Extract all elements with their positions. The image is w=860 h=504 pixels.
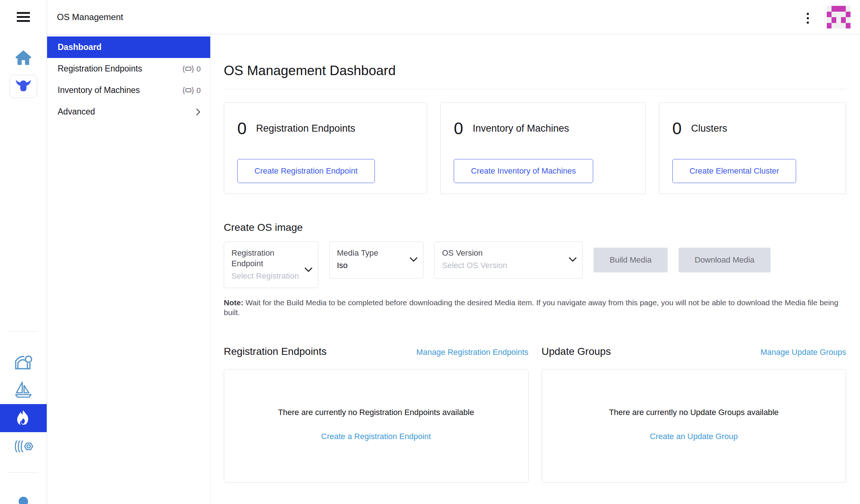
top-header: OS Management xyxy=(47,0,860,34)
media-type-select[interactable]: Media Type Iso xyxy=(329,241,423,279)
section-title: Registration Endpoints xyxy=(224,345,327,358)
count-value: 0 xyxy=(196,65,201,73)
bottom-sections: Registration Endpoints Manage Registrati… xyxy=(224,345,846,483)
count-badge-icon xyxy=(183,86,194,94)
create-an-update-group-link[interactable]: Create an Update Group xyxy=(650,432,738,441)
section-title: Update Groups xyxy=(542,345,611,358)
bull-icon xyxy=(15,79,32,94)
sidebar-item-label: Registration Endpoints xyxy=(58,64,142,74)
hamburger-menu-button[interactable] xyxy=(0,0,47,34)
chevron-right-icon xyxy=(196,108,201,116)
rail-divider xyxy=(9,472,38,473)
count-badge: 0 xyxy=(183,65,201,73)
select-value: Iso xyxy=(337,260,406,271)
count-badge-icon xyxy=(183,65,194,73)
avatar[interactable] xyxy=(827,6,851,28)
home-icon xyxy=(15,50,32,66)
stat-card-clusters: 0 Clusters Create Elemental Cluster xyxy=(659,102,846,194)
select-label: OS Version xyxy=(442,248,565,258)
kebab-menu-button[interactable] xyxy=(805,11,810,25)
select-placeholder: Select OS Version xyxy=(442,260,565,271)
chevron-down-icon xyxy=(304,267,312,272)
user-dot-icon xyxy=(19,497,28,504)
barn-icon xyxy=(14,353,33,370)
rail-item-os-management-active[interactable] xyxy=(0,404,47,432)
sidebar-item-label: Advanced xyxy=(58,107,95,117)
rail-item-user[interactable] xyxy=(0,497,47,504)
stat-title: Registration Endpoints xyxy=(256,120,356,135)
stat-card-inventory-of-machines: 0 Inventory of Machines Create Inventory… xyxy=(440,102,645,194)
hamburger-icon xyxy=(17,12,30,22)
os-version-select[interactable]: OS Version Select OS Version xyxy=(434,241,583,279)
chevron-down-icon xyxy=(410,257,418,262)
sailboat-icon xyxy=(14,380,32,399)
manage-update-groups-link[interactable]: Manage Update Groups xyxy=(760,348,846,357)
stat-count: 0 xyxy=(237,120,247,137)
kebab-icon xyxy=(807,13,809,15)
app-rail xyxy=(0,0,47,504)
flame-icon xyxy=(15,409,31,427)
sidebar-item-registration-endpoints[interactable]: Registration Endpoints 0 xyxy=(47,58,210,80)
stat-card-registration-endpoints: 0 Registration Endpoints Create Registra… xyxy=(224,102,427,194)
chevron-down-icon xyxy=(569,257,577,262)
registration-endpoints-empty-panel: There are currently no Registration Endp… xyxy=(224,369,529,483)
title-divider xyxy=(224,89,846,89)
build-media-button[interactable]: Build Media xyxy=(594,248,668,272)
update-groups-empty-panel: There are currently no Update Groups ava… xyxy=(542,369,846,483)
stat-cards-row: 0 Registration Endpoints Create Registra… xyxy=(224,102,846,194)
sidebar-item-label: Dashboard xyxy=(58,42,101,52)
wheat-hexagon-icon xyxy=(13,440,34,453)
select-label: Media Type xyxy=(337,248,406,258)
select-placeholder: Select Registration Endpoint xyxy=(231,271,301,281)
sidebar-item-dashboard[interactable]: Dashboard xyxy=(47,36,210,58)
os-management-app: OS Management Dashboard Registration End… xyxy=(0,0,860,504)
sidebar-item-inventory-of-machines[interactable]: Inventory of Machines 0 xyxy=(47,80,210,101)
create-os-image-title: Create OS image xyxy=(224,221,846,234)
note-label: Note: xyxy=(224,298,243,307)
count-value: 0 xyxy=(196,86,201,95)
create-inventory-of-machines-button[interactable]: Create Inventory of Machines xyxy=(454,159,593,183)
note-text: Wait for the Build Media to be completed… xyxy=(224,298,838,317)
count-badge: 0 xyxy=(183,86,201,95)
rail-item-home[interactable] xyxy=(0,49,47,67)
create-os-image-row: Registration Endpoint Select Registratio… xyxy=(224,241,846,288)
app-title: OS Management xyxy=(57,0,123,34)
main-content: OS Management Dashboard 0 Registration E… xyxy=(211,34,860,504)
update-groups-section: Update Groups Manage Update Groups There… xyxy=(542,345,846,483)
page-title: OS Management Dashboard xyxy=(224,63,846,79)
stat-count: 0 xyxy=(672,120,682,137)
create-a-registration-endpoint-link[interactable]: Create a Registration Endpoint xyxy=(321,432,431,441)
create-registration-endpoint-button[interactable]: Create Registration Endpoint xyxy=(237,159,375,183)
rail-item-cluster-management[interactable] xyxy=(0,380,47,399)
empty-message: There are currently no Registration Endp… xyxy=(224,408,528,417)
rail-divider xyxy=(9,332,38,332)
rail-item-elemental-app[interactable] xyxy=(9,75,37,98)
download-media-button[interactable]: Download Media xyxy=(679,248,771,272)
stat-title: Inventory of Machines xyxy=(473,120,569,135)
registration-endpoints-section: Registration Endpoints Manage Registrati… xyxy=(224,345,529,483)
sidebar-item-advanced[interactable]: Advanced xyxy=(47,101,210,123)
registration-endpoint-select[interactable]: Registration Endpoint Select Registratio… xyxy=(224,241,318,288)
select-label: Registration Endpoint xyxy=(231,248,301,269)
sidebar-item-label: Inventory of Machines xyxy=(58,85,140,95)
sidebar-nav: Dashboard Registration Endpoints 0 Inven… xyxy=(47,34,211,504)
stat-count: 0 xyxy=(454,120,463,137)
rail-item-virtualization[interactable] xyxy=(0,352,47,371)
rail-item-extensions[interactable] xyxy=(0,437,47,456)
manage-registration-endpoints-link[interactable]: Manage Registration Endpoints xyxy=(416,348,529,357)
create-elemental-cluster-button[interactable]: Create Elemental Cluster xyxy=(672,159,796,183)
stat-title: Clusters xyxy=(691,120,727,135)
empty-message: There are currently no Update Groups ava… xyxy=(542,408,846,417)
build-media-note: Note: Wait for the Build Media to be com… xyxy=(224,298,846,317)
